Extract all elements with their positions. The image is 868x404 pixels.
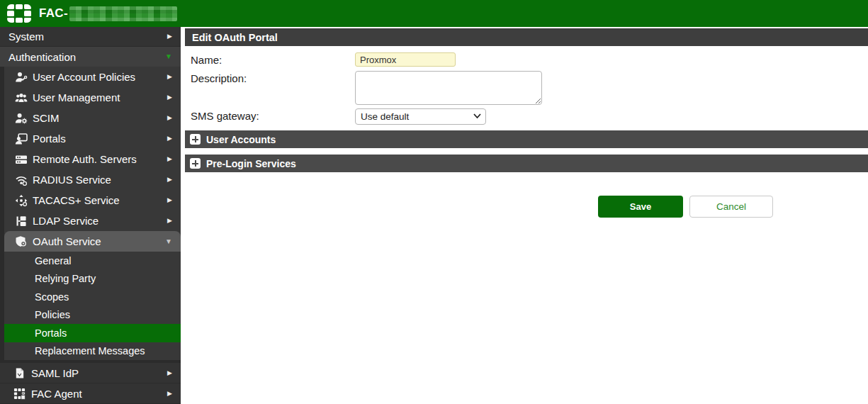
sidebar-item-label: Authentication: [9, 51, 76, 63]
cancel-button[interactable]: Cancel: [689, 196, 773, 218]
sidebar-item-oauth-service[interactable]: OAuth Service ▼: [4, 231, 181, 252]
section-label: User Accounts: [206, 134, 276, 145]
sidebar-item-user-account-policies[interactable]: User Account Policies ▶: [4, 67, 181, 87]
sidebar-item-label: Relying Party: [35, 273, 96, 284]
servers-icon: [15, 153, 28, 166]
chevron-right-icon: ▶: [167, 218, 172, 224]
sidebar-item-authentication[interactable]: Authentication ▼: [0, 47, 181, 67]
sidebar-item-label: Portals: [35, 327, 67, 339]
chevron-right-icon: ▶: [167, 156, 172, 162]
shield-icon: [15, 235, 28, 248]
sidebar-item-label: FAC Agent: [31, 388, 82, 400]
sidebar-item-label: SAML IdP: [31, 367, 79, 379]
sidebar-item-scim[interactable]: SCIM ▶: [4, 108, 181, 128]
top-bar: FAC-: [0, 0, 868, 27]
sidebar-item-label: SCIM: [33, 112, 60, 124]
sidebar-item-label: TACACS+ Service: [33, 194, 120, 206]
user-wrench-icon: [15, 71, 28, 84]
user-window-icon: [15, 133, 28, 145]
description-textarea[interactable]: [355, 71, 542, 105]
sidebar-item-scopes[interactable]: Scopes: [4, 288, 181, 306]
sidebar-item-label: General: [35, 255, 72, 266]
sidebar-item-saml-idp[interactable]: SAML IdP ▶: [0, 363, 181, 383]
sidebar-item-label: User Account Policies: [33, 71, 135, 83]
wifi-icon: [15, 174, 28, 186]
section-user-accounts[interactable]: User Accounts: [185, 130, 868, 148]
sidebar-item-replacement-messages[interactable]: Replacement Messages: [4, 342, 181, 361]
grid-lock-icon: [13, 388, 26, 400]
save-button[interactable]: Save: [598, 196, 683, 218]
authentication-submenu: User Account Policies ▶ User Management …: [0, 67, 181, 363]
sidebar-item-general[interactable]: General: [4, 252, 181, 270]
sidebar-item-policies[interactable]: Policies: [4, 306, 181, 325]
sidebar-item-label: RADIUS Service: [33, 174, 111, 186]
main-content: Edit OAuth Portal Name: Description: SMS…: [181, 27, 868, 404]
hierarchy-icon: [15, 215, 28, 228]
fortinet-grid-logo-icon: [7, 4, 31, 23]
sidebar-item-label: OAuth Service: [33, 235, 101, 247]
chevron-down-icon: ▼: [165, 53, 172, 60]
sidebar-item-label: Portals: [33, 133, 66, 145]
chevron-down-icon: ▼: [165, 238, 172, 245]
sidebar-item-system[interactable]: System ▶: [0, 27, 181, 47]
sidebar-item-label: Scopes: [35, 291, 69, 303]
sidebar-item-relying-party[interactable]: Relying Party: [4, 270, 181, 288]
chevron-right-icon: ▶: [167, 94, 172, 101]
sidebar-item-portals-selected[interactable]: Portals: [4, 324, 181, 342]
user-gear-icon: [15, 112, 28, 125]
chevron-right-icon: ▶: [167, 197, 172, 203]
document-icon: [13, 367, 26, 379]
sidebar-item-label: User Management: [33, 91, 120, 103]
page-title: Edit OAuth Portal: [192, 32, 278, 43]
chevron-right-icon: ▶: [167, 115, 172, 121]
page-title-bar: Edit OAuth Portal: [185, 28, 868, 46]
chevron-right-icon: ▶: [167, 135, 172, 142]
sidebar-item-radius-service[interactable]: RADIUS Service ▶: [4, 169, 181, 190]
form-actions: Save Cancel: [598, 196, 868, 218]
section-pre-login-services[interactable]: Pre-Login Services: [185, 155, 868, 172]
expand-plus-icon[interactable]: [190, 134, 201, 145]
chevron-right-icon: ▶: [167, 74, 172, 80]
sidebar-item-label: System: [9, 30, 44, 43]
sms-gateway-select[interactable]: Use default: [355, 108, 486, 125]
sidebar-item-remote-auth-servers[interactable]: Remote Auth. Servers ▶: [4, 149, 181, 169]
cross-arrows-icon: [15, 194, 28, 207]
sms-gateway-label: SMS gateway:: [191, 108, 355, 125]
chevron-right-icon: ▶: [167, 370, 172, 376]
sidebar-item-label: Replacement Messages: [35, 345, 145, 357]
sidebar: System ▶ Authentication ▼ User Account P…: [0, 27, 181, 404]
sidebar-item-portals[interactable]: Portals ▶: [4, 128, 181, 149]
chevron-right-icon: ▶: [167, 176, 172, 183]
sidebar-item-tacacs-service[interactable]: TACACS+ Service ▶: [4, 190, 181, 211]
oauth-portal-form: Name: Description: SMS gateway: Use defa…: [185, 46, 868, 125]
users-group-icon: [15, 91, 28, 104]
sidebar-item-label: Policies: [35, 309, 70, 320]
chevron-right-icon: ▶: [167, 33, 172, 40]
section-label: Pre-Login Services: [206, 158, 296, 169]
name-label: Name:: [191, 52, 355, 68]
name-input[interactable]: [355, 52, 456, 67]
redacted-hostname: [69, 6, 177, 21]
brand-label: FAC-: [39, 6, 68, 21]
chevron-right-icon: ▶: [167, 391, 172, 397]
sidebar-item-label: Remote Auth. Servers: [33, 153, 137, 165]
sidebar-item-fac-agent[interactable]: FAC Agent ▶: [0, 383, 181, 404]
expand-plus-icon[interactable]: [190, 158, 201, 169]
sidebar-item-label: LDAP Service: [33, 215, 98, 227]
sidebar-item-ldap-service[interactable]: LDAP Service ▶: [4, 211, 181, 231]
sidebar-item-user-management[interactable]: User Management ▶: [4, 87, 181, 108]
description-label: Description:: [191, 71, 355, 105]
